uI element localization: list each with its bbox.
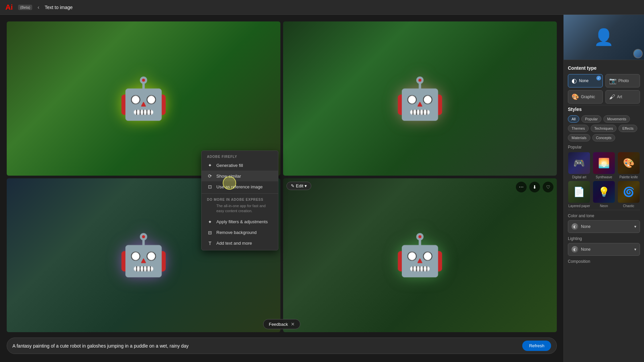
lighting-value: None xyxy=(581,247,591,252)
use-reference-icon: ⊡ xyxy=(207,184,213,189)
dd-left-color: ◐ None xyxy=(572,223,591,230)
style-tag-effects[interactable]: Effects xyxy=(619,125,637,132)
lighting-icon: ◐ xyxy=(572,246,578,253)
express-desc: The all-in-one app for fast and easy con… xyxy=(202,203,278,217)
ct-graphic-icon: 🎨 xyxy=(572,93,579,101)
ct-none-check: ✓ xyxy=(596,76,601,80)
use-reference-label: Use as reference image xyxy=(216,184,263,189)
more-options-button[interactable]: ⋯ xyxy=(516,182,527,192)
feedback-close-button[interactable]: ✕ xyxy=(291,321,295,327)
menu-item-show-similar[interactable]: ⟳ Show similar xyxy=(202,171,278,181)
dd-left-lighting: ◐ None xyxy=(572,246,591,253)
menu-item-generative-fill[interactable]: ✦ Generative fill xyxy=(202,160,278,171)
express-label: DO MORE IN ADOBE EXPRESS xyxy=(202,195,278,203)
generative-fill-label: Generative fill xyxy=(216,163,243,168)
apply-filters-label: Apply filters & adjustments xyxy=(216,219,268,224)
thumb-digital-art-label: Digital art xyxy=(572,175,586,179)
thumb-layered-paper[interactable]: 📄 Layered paper xyxy=(568,181,591,208)
color-tone-chevron: ▾ xyxy=(634,224,636,229)
lighting-chevron: ▾ xyxy=(634,247,636,252)
generative-fill-icon: ✦ xyxy=(207,163,213,168)
thumb-synthwave-img: 🌅 xyxy=(593,152,615,174)
ct-none-button[interactable]: ◐ None ✓ xyxy=(568,74,603,87)
image-cell-4[interactable]: ✎ Edit ▾ ⋯ ⬇ ♡ xyxy=(283,178,557,333)
chevron-down-icon: ▾ xyxy=(305,183,307,188)
edit-button[interactable]: ✎ Edit ▾ xyxy=(286,182,311,190)
right-panel-content: Content type ◐ None ✓ 📷 Photo 🎨 Graphic … xyxy=(568,65,640,266)
popular-label: Popular xyxy=(568,145,640,149)
remove-bg-icon: ⊟ xyxy=(207,230,213,235)
menu-item-apply-filters[interactable]: ✦ Apply filters & adjustments xyxy=(202,217,278,227)
ct-graphic-button[interactable]: 🎨 Graphic xyxy=(568,90,603,104)
thumb-digital-art-img: 🎮 xyxy=(568,152,590,174)
add-text-icon: T xyxy=(207,241,213,246)
styles-title: Styles xyxy=(568,107,640,112)
style-tag-popular[interactable]: Popular xyxy=(581,115,601,123)
ct-art-label: Art xyxy=(617,95,622,99)
right-panel: 👤 Content type ◐ None ✓ 📷 Photo 🎨 G xyxy=(564,15,644,362)
adobe-firefly-label: ADOBE FIREFLY xyxy=(202,152,278,160)
menu-item-use-reference[interactable]: ⊡ Use as reference image xyxy=(202,181,278,192)
thumb-chaotic[interactable]: 🌀 Chaotic xyxy=(617,181,640,208)
feedback-container: Feedback ✕ xyxy=(263,319,300,329)
thumb-chaotic-label: Chaotic xyxy=(623,204,634,208)
prompt-input[interactable] xyxy=(12,343,518,349)
show-similar-label: Show similar xyxy=(216,174,241,179)
avatar-circle xyxy=(633,49,643,58)
feedback-label: Feedback xyxy=(269,322,288,327)
show-similar-icon: ⟳ xyxy=(207,173,213,179)
menu-divider xyxy=(202,193,278,194)
edit-label: Edit xyxy=(296,183,303,188)
style-tag-all[interactable]: All xyxy=(568,115,579,123)
thumb-synthwave-label: Synthwave xyxy=(596,175,612,179)
ct-none-icon: ◐ xyxy=(572,77,577,84)
thumb-neon[interactable]: 💡 Neon xyxy=(593,181,615,208)
thumb-palette-knife-img: 🎨 xyxy=(618,152,640,174)
thumb-palette-knife[interactable]: 🎨 Palette knife xyxy=(617,152,640,179)
thumb-chaotic-img: 🌀 xyxy=(618,181,640,203)
thumb-synthwave[interactable]: 🌅 Synthwave xyxy=(593,152,615,179)
lighting-title: Lighting xyxy=(568,236,640,241)
thumb-digital-art[interactable]: 🎮 Digital art xyxy=(568,152,591,179)
content-type-grid: ◐ None ✓ 📷 Photo 🎨 Graphic 🖌 Art xyxy=(568,74,640,104)
color-tone-title: Color and tone xyxy=(568,214,640,218)
beta-badge: (Beta) xyxy=(18,5,32,10)
ct-art-button[interactable]: 🖌 Art xyxy=(605,90,640,104)
webcam-image: 👤 xyxy=(564,15,644,60)
style-tag-movements[interactable]: Movements xyxy=(603,115,630,123)
adobe-logo: Ai xyxy=(5,3,13,12)
ct-photo-button[interactable]: 📷 Photo xyxy=(605,74,640,87)
thumbnail-grid-2: 📄 Layered paper 💡 Neon 🌀 Chaotic xyxy=(568,181,640,208)
refresh-button[interactable]: Refresh xyxy=(522,341,551,351)
menu-item-add-text[interactable]: T Add text and more xyxy=(202,238,278,249)
favorite-button[interactable]: ♡ xyxy=(543,182,553,192)
thumb-neon-label: Neon xyxy=(600,204,608,208)
lighting-dropdown[interactable]: ◐ None ▾ xyxy=(568,243,640,256)
prompt-bar: Refresh xyxy=(7,338,557,354)
ct-photo-label: Photo xyxy=(619,78,629,83)
download-button[interactable]: ⬇ xyxy=(529,182,540,192)
thumbnail-grid-1: 🎮 Digital art 🌅 Synthwave 🎨 Palette knif… xyxy=(568,152,640,179)
composition-title: Composition xyxy=(568,259,640,264)
style-tag-techniques[interactable]: Techniques xyxy=(591,125,617,132)
color-tone-value: None xyxy=(581,224,591,229)
styles-tags: All Popular Movements Themes Techniques … xyxy=(568,115,640,141)
main-layout: ✎ Edit ▾ ⋯ ⬇ ♡ ADOBE FIREFLY ✦ Generativ… xyxy=(0,15,644,362)
color-tone-dropdown[interactable]: ◐ None ▾ xyxy=(568,220,640,233)
image-grid: ✎ Edit ▾ ⋯ ⬇ ♡ xyxy=(7,21,557,332)
apply-filters-icon: ✦ xyxy=(207,219,213,225)
ct-graphic-label: Graphic xyxy=(581,95,595,99)
style-tag-themes[interactable]: Themes xyxy=(568,125,589,132)
content-type-title: Content type xyxy=(568,65,640,71)
style-tag-concepts[interactable]: Concepts xyxy=(592,134,615,141)
content-area: ✎ Edit ▾ ⋯ ⬇ ♡ ADOBE FIREFLY ✦ Generativ… xyxy=(0,15,564,362)
image-cell-2[interactable] xyxy=(283,21,557,176)
page-title: Text to image xyxy=(45,5,72,10)
back-button[interactable]: ‹ xyxy=(38,4,39,10)
style-tag-materials[interactable]: Materials xyxy=(568,134,590,141)
ct-photo-icon: 📷 xyxy=(609,77,616,84)
menu-item-remove-bg[interactable]: ⊟ Remove background xyxy=(202,227,278,238)
panel-divider-1 xyxy=(568,105,640,105)
context-menu: ADOBE FIREFLY ✦ Generative fill ⟳ Show s… xyxy=(201,150,278,250)
panel-divider-2 xyxy=(568,210,640,210)
